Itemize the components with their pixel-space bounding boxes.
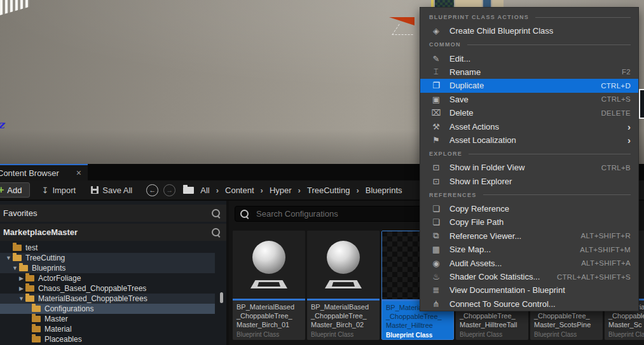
rename-cursor-icon: ⌶ (430, 67, 442, 77)
submenu-chevron-icon: › (627, 122, 631, 132)
menu-item-copy-file-path[interactable]: ❏ Copy File Path (420, 215, 638, 229)
duplicate-copy-icon: ❐ (430, 81, 442, 90)
viewport-object-sliver (431, 0, 434, 7)
copy-icon: ❏ (430, 217, 442, 227)
menu-item-edit[interactable]: ✎ Edit... (420, 51, 638, 65)
tab-content-browser[interactable]: Content Browser × (0, 164, 88, 180)
asset-type: Blueprint Class (534, 330, 599, 339)
menu-item-reference-viewer[interactable]: ⧉ Reference Viewer... ALT+SHIFT+R (420, 229, 638, 243)
flag-icon: ⚑ (430, 135, 442, 145)
tree-item-label: ActorFoliage (38, 274, 81, 283)
tree-item-material[interactable]: Material (0, 324, 215, 334)
import-icon: ↧ (41, 186, 48, 195)
asset-card-birch-02[interactable]: BP_MaterialBased _ChoppableTree_ Master_… (307, 231, 380, 340)
tree-item-label: Configurations (45, 304, 93, 313)
tree-item-label: Blueprints (32, 264, 65, 273)
menu-item-shader-cook-statistics[interactable]: ♨ Shader Cook Statistics... CTRL+ALT+SHI… (420, 270, 638, 283)
tree-item-placeables[interactable]: Placeables (0, 334, 215, 344)
tree-item-actorfoliage[interactable]: ActorFoliage (0, 273, 215, 283)
z-axis-label: z (0, 118, 4, 131)
collection-section[interactable]: MarketplaceMaster (0, 224, 226, 241)
folder-icon (32, 326, 41, 332)
menu-item-create-child-blueprint[interactable]: ◈ Create Child Blueprint Class (420, 24, 638, 37)
search-icon[interactable] (212, 209, 220, 217)
copy-icon: ❏ (430, 204, 442, 213)
tree-item-label: Placeables (45, 335, 82, 344)
asset-name: BP_MaterialBased _ChoppableTree_ Master_… (307, 301, 380, 340)
menu-item-audit-assets[interactable]: ◉ Audit Assets... ALT+SHIFT+A (420, 256, 638, 269)
menu-item-size-map[interactable]: ▦ Size Map... ALT+SHIFT+M (420, 243, 638, 256)
menu-item-delete[interactable]: ⌧ Delete DELETE (420, 106, 638, 119)
breadcrumb-all[interactable]: All (200, 186, 209, 195)
breadcrumb-content[interactable]: Content (225, 186, 254, 195)
menu-item-rename[interactable]: ⌶ Rename F2 (420, 65, 638, 79)
menu-item-asset-actions[interactable]: ⚒ Asset Actions › (420, 119, 638, 133)
close-icon[interactable]: × (76, 168, 81, 177)
folder-tree: test TreeCutting Blueprints ActorFoliage (0, 243, 226, 345)
collapse-arrow-icon[interactable] (18, 295, 25, 302)
reference-graph-icon: ⧉ (430, 231, 442, 241)
tree-item-test[interactable]: test (0, 243, 215, 253)
collapse-arrow-icon[interactable] (5, 255, 12, 261)
menu-item-save[interactable]: ▣ Save CTRL+S (420, 93, 638, 106)
search-icon[interactable] (212, 228, 220, 236)
edit-pencil-icon: ✎ (430, 54, 442, 64)
tree-item-blueprints[interactable]: Blueprints (0, 263, 215, 273)
selection-dashed-outline (392, 24, 420, 35)
folder-open-icon (13, 255, 22, 261)
breadcrumb-blueprints[interactable]: Blueprints (366, 186, 402, 195)
size-map-icon: ▦ (430, 245, 442, 254)
create-child-blueprint-icon: ◈ (430, 26, 442, 36)
asset-type: Blueprint Class (311, 330, 376, 339)
menu-item-view-documentation[interactable]: ≣ View Documentation - Blueprint (420, 283, 638, 297)
chevron-right-icon: › (298, 186, 301, 195)
viewport-object-sliver (455, 0, 482, 7)
menu-item-connect-to-source-control[interactable]: ⋔ Connect To Source Control... (420, 297, 638, 311)
forward-button[interactable]: → (163, 184, 175, 196)
folder-icon (32, 336, 41, 342)
breadcrumb-treecutting[interactable]: TreeCutting (307, 186, 350, 195)
wrench-icon: ⚒ (430, 122, 442, 132)
tree-item-label: MaterialBased_ChoppableTrees (38, 294, 147, 303)
expand-arrow-icon[interactable] (18, 285, 25, 292)
search-icon (240, 210, 249, 218)
tree-item-master[interactable]: Master (0, 314, 215, 324)
sources-panel: Favorites MarketplaceMaster test TreeCut… (0, 201, 226, 345)
audit-search-icon: ◉ (430, 259, 442, 268)
menu-section-header: EXPLORE (420, 147, 638, 161)
folder-icon (32, 306, 41, 312)
tree-item-chaos-based[interactable]: Chaos_Based_ChoppableTrees (0, 283, 215, 294)
asset-type: Blueprint Class (608, 330, 644, 339)
asset-card-birch-01[interactable]: BP_MaterialBased _ChoppableTree_ Master_… (233, 231, 305, 340)
expand-arrow-icon[interactable] (18, 275, 25, 281)
tree-scrollbar[interactable] (220, 292, 223, 303)
favorites-section[interactable]: Favorites (0, 205, 226, 222)
tree-item-materialbased[interactable]: MaterialBased_ChoppableTrees (0, 294, 215, 304)
folder-icon (25, 285, 34, 292)
plus-icon: + (0, 185, 4, 195)
tree-item-treecutting[interactable]: TreeCutting (0, 253, 215, 263)
import-button[interactable]: ↧ Import (41, 186, 76, 195)
breadcrumb-hyper[interactable]: Hyper (270, 186, 292, 195)
menu-item-duplicate[interactable]: ❐ Duplicate CTRL+D (420, 79, 638, 92)
tree-item-label: Master (45, 315, 68, 323)
collapse-arrow-icon[interactable] (11, 265, 18, 271)
menu-item-show-in-folder-view[interactable]: ⊡ Show in Folder View CTRL+B (420, 161, 638, 174)
back-button[interactable]: ← (146, 184, 158, 196)
tree-item-label: Material (45, 325, 72, 334)
tab-label: Content Browser (0, 168, 59, 178)
folder-search-icon: ⊡ (430, 177, 442, 186)
menu-item-asset-localization[interactable]: ⚑ Asset Localization › (420, 133, 638, 147)
tree-item-configurations[interactable]: Configurations (0, 304, 215, 314)
menu-item-copy-reference[interactable]: ❏ Copy Reference (420, 202, 638, 215)
menu-section-header: BLUEPRINT CLASS ACTIONS (420, 10, 638, 24)
save-all-button[interactable]: Save All (91, 186, 132, 195)
folder-icon (32, 316, 41, 322)
submenu-chevron-icon: › (627, 135, 631, 145)
background-window-edge (639, 89, 644, 119)
menu-section-header: REFERENCES (420, 188, 638, 202)
asset-type: Blueprint Class (386, 331, 449, 340)
add-button[interactable]: + Add (0, 182, 30, 198)
asset-thumbnail (233, 231, 305, 299)
menu-item-show-in-explorer[interactable]: ⊡ Show in Explorer (420, 175, 638, 188)
